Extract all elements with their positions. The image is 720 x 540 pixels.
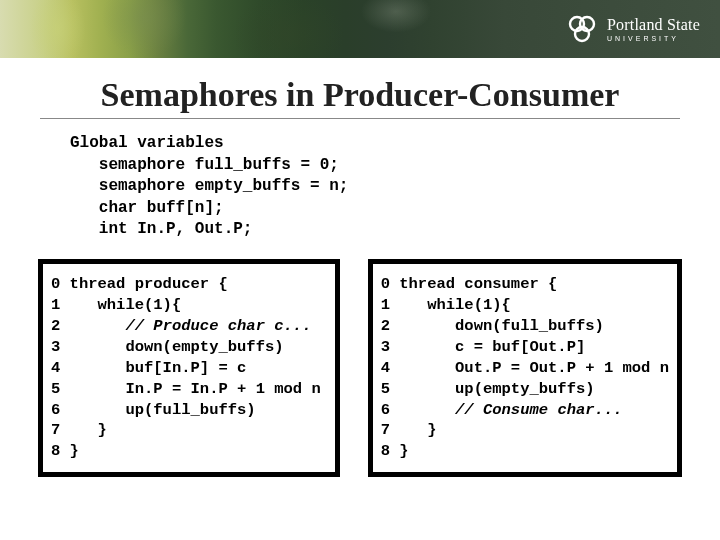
header-banner: Portland State UNIVERSITY (0, 0, 720, 58)
psu-logo: Portland State UNIVERSITY (565, 12, 700, 46)
slide-title: Semaphores in Producer-Consumer (0, 76, 720, 114)
psu-sub: UNIVERSITY (607, 35, 700, 42)
producer-code: 0 thread producer { 1 while(1){ 2 // Pro… (51, 274, 327, 462)
psu-name: Portland State (607, 17, 700, 33)
psu-interlock-icon (565, 12, 599, 46)
code-columns: 0 thread producer { 1 while(1){ 2 // Pro… (0, 259, 720, 477)
global-variables-block: Global variables semaphore full_buffs = … (70, 133, 720, 241)
consumer-code-box: 0 thread consumer { 1 while(1){ 2 down(f… (368, 259, 682, 477)
title-underline (40, 118, 680, 119)
producer-code-box: 0 thread producer { 1 while(1){ 2 // Pro… (38, 259, 340, 477)
consumer-code: 0 thread consumer { 1 while(1){ 2 down(f… (381, 274, 669, 462)
